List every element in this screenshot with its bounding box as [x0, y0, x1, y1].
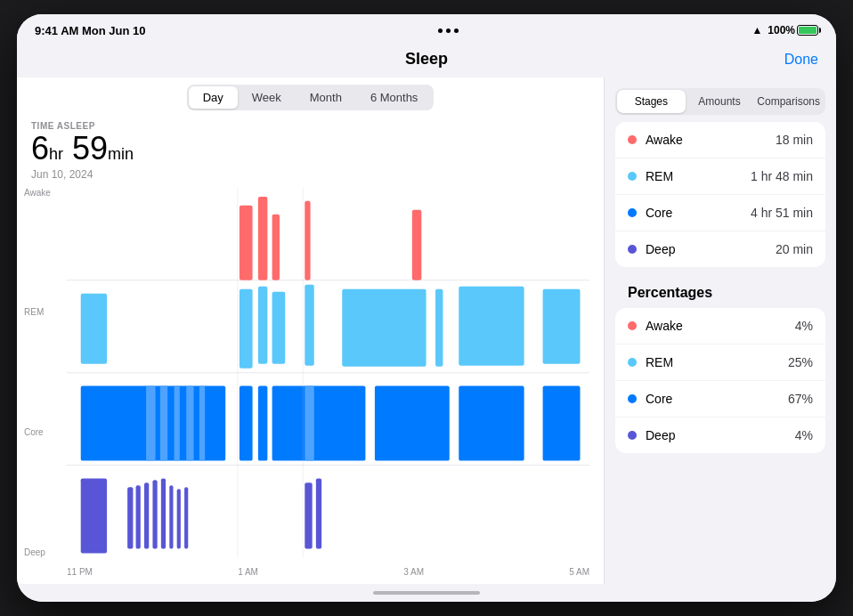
percentages-section: Awake 4% REM 25% Core 67% Deep 4% — [615, 308, 825, 453]
wifi-icon: ▲ — [751, 24, 762, 36]
pct-rem-value: 25% — [788, 355, 813, 369]
pct-awake-label: Awake — [646, 319, 795, 333]
pct-row-core: Core 67% — [615, 381, 825, 417]
sleep-chart — [67, 188, 589, 557]
svg-rect-24 — [240, 385, 253, 460]
hr-unit: hr — [49, 145, 63, 163]
battery: 100% — [768, 24, 818, 36]
awake-label: Awake — [646, 133, 776, 147]
tab-bar: Day Week Month 6 Months — [17, 77, 604, 118]
deep-dot — [628, 245, 637, 254]
svg-rect-25 — [258, 385, 267, 460]
svg-rect-37 — [169, 485, 173, 548]
right-panel: Stages Amounts Comparisons Awake 18 min … — [605, 77, 836, 584]
x-label-11pm: 11 PM — [67, 567, 93, 577]
pct-awake-dot — [628, 321, 637, 330]
svg-rect-14 — [342, 288, 426, 366]
ipad-frame: 9:41 AM Mon Jun 10 ▲ 100% Sleep Done — [17, 14, 836, 602]
svg-rect-35 — [152, 480, 157, 548]
home-bar — [373, 591, 480, 595]
rem-value: 1 hr 48 min — [751, 169, 813, 183]
chart-date: Jun 10, 2024 — [31, 168, 589, 181]
pct-core-dot — [628, 394, 637, 403]
svg-rect-34 — [144, 482, 149, 548]
tab-6months[interactable]: 6 Months — [356, 86, 432, 109]
svg-rect-6 — [272, 214, 280, 280]
battery-pct: 100% — [768, 24, 795, 36]
svg-rect-36 — [161, 478, 166, 548]
seg-tab-stages[interactable]: Stages — [617, 90, 686, 113]
y-label-awake: Awake — [24, 188, 51, 198]
rem-dot — [628, 172, 637, 181]
x-label-5am: 5 AM — [569, 567, 589, 577]
svg-rect-8 — [412, 209, 421, 280]
battery-bar — [797, 25, 818, 36]
svg-rect-17 — [543, 288, 581, 363]
percentages-header: Percentages — [615, 278, 825, 308]
deep-value: 20 min — [776, 242, 813, 256]
svg-rect-39 — [184, 487, 188, 548]
svg-rect-28 — [375, 385, 450, 460]
svg-rect-31 — [81, 478, 107, 553]
chart-info: TIME ASLEEP 6hr 59min Jun 10, 2024 — [17, 118, 604, 188]
svg-rect-41 — [316, 478, 321, 548]
y-labels: Awake REM Core Deep — [24, 188, 51, 557]
tab-week[interactable]: Week — [238, 86, 296, 109]
y-label-core: Core — [24, 427, 51, 437]
svg-rect-33 — [136, 485, 141, 548]
home-indicator — [17, 584, 836, 602]
core-dot — [628, 208, 637, 217]
status-time: 9:41 AM Mon Jun 10 — [35, 24, 145, 37]
core-value: 4 hr 51 min — [751, 206, 813, 220]
segment-tabs: Stages Amounts Comparisons — [615, 88, 825, 115]
svg-rect-7 — [305, 200, 310, 280]
pct-deep-dot — [628, 431, 637, 440]
app-header: Sleep Done — [17, 43, 836, 77]
chart-area: i Awake REM Core Deep — [17, 188, 604, 584]
dot1 — [438, 28, 443, 33]
pct-row-rem: REM 25% — [615, 344, 825, 381]
stage-row-rem: REM 1 hr 48 min — [615, 158, 825, 195]
svg-rect-15 — [435, 288, 443, 366]
svg-rect-23 — [199, 385, 205, 460]
app-title: Sleep — [405, 50, 448, 69]
x-labels: 11 PM 1 AM 3 AM 5 AM — [67, 567, 589, 577]
status-right: ▲ 100% — [751, 24, 818, 36]
time-asleep-value: 6hr 59min — [31, 131, 589, 166]
x-label-1am: 1 AM — [238, 567, 258, 577]
stage-row-core: Core 4 hr 51 min — [615, 195, 825, 231]
tab-day[interactable]: Day — [189, 86, 238, 109]
pct-core-value: 67% — [788, 392, 813, 406]
status-bar: 9:41 AM Mon Jun 10 ▲ 100% — [17, 14, 836, 43]
pct-rem-label: REM — [646, 355, 788, 369]
svg-rect-40 — [305, 482, 312, 548]
seg-tab-amounts[interactable]: Amounts — [686, 90, 754, 113]
tab-month[interactable]: Month — [296, 86, 356, 109]
pct-rem-dot — [628, 358, 637, 367]
min-unit: min — [108, 145, 134, 163]
tab-group: Day Week Month 6 Months — [187, 85, 435, 110]
rem-label: REM — [646, 169, 751, 183]
svg-rect-27 — [305, 385, 313, 460]
seg-tab-comparisons[interactable]: Comparisons — [753, 90, 824, 113]
svg-rect-22 — [186, 385, 193, 460]
pct-deep-value: 4% — [795, 428, 813, 442]
svg-rect-5 — [258, 196, 267, 280]
done-button[interactable]: Done — [784, 52, 818, 68]
x-label-3am: 3 AM — [403, 567, 424, 577]
core-label: Core — [646, 206, 751, 220]
svg-rect-4 — [240, 205, 253, 280]
svg-rect-21 — [175, 385, 180, 460]
status-dots — [438, 28, 459, 33]
svg-rect-10 — [240, 288, 253, 368]
pct-awake-value: 4% — [795, 319, 813, 333]
svg-rect-32 — [127, 487, 133, 548]
svg-rect-13 — [305, 284, 313, 365]
deep-label: Deep — [646, 242, 776, 256]
stages-section: Awake 18 min REM 1 hr 48 min Core 4 hr 5… — [615, 122, 825, 267]
svg-rect-19 — [146, 385, 155, 460]
stage-row-deep: Deep 20 min — [615, 231, 825, 267]
svg-rect-16 — [459, 286, 524, 365]
main-area: Day Week Month 6 Months TIME ASLEEP 6hr … — [17, 77, 836, 584]
stage-row-awake: Awake 18 min — [615, 122, 825, 158]
